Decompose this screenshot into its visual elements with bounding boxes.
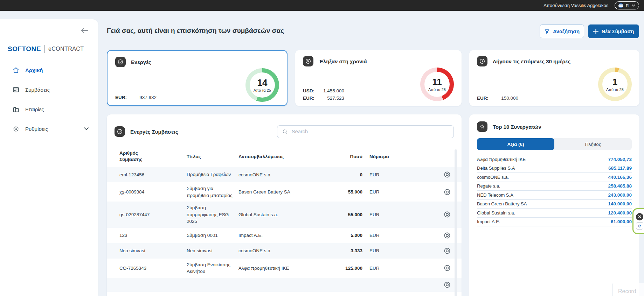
partner-name: NED Telecom S.A [477, 192, 513, 198]
view-contract-button[interactable] [443, 232, 451, 239]
currency-label: EUR: [115, 94, 131, 101]
list-item: Άλφα προμηθευτική ΙΚΕ 774.052,73 [477, 155, 632, 164]
filter-funnel-icon [544, 29, 550, 34]
close-icon [638, 215, 641, 218]
new-contract-label: Νέα Σύμβαση [602, 29, 634, 34]
list-item: Basen Green Battery SA 140.000,00 [477, 200, 632, 209]
sidebar-item-label: Αρχική [25, 67, 43, 73]
cell-number: gs-029287447 [119, 212, 187, 217]
cell-title: Προμήθεια Γραφείων [187, 171, 238, 178]
donut-count: 11 [432, 77, 442, 86]
table-row[interactable]: gs-029287447 Σύμβαση συμμόρφωσης ESG 202… [107, 202, 462, 228]
stat-card-expiring-30-days[interactable]: Λήγουν τις επόμενες 30 ημέρες 1 Από τα 2… [469, 50, 639, 106]
card-amounts: EUR: 150.000 [477, 94, 518, 102]
list-item: cosmoONE s.a. 440.166,36 [477, 173, 632, 182]
table-row[interactable]: eml-123456 Προμήθεια Γραφείων cosmoONE s… [107, 167, 462, 182]
card-amounts: EUR: 937.932 [115, 94, 157, 101]
list-item: NED Telecom S.A 243.000,00 [477, 191, 632, 200]
table-row-partial[interactable] [107, 278, 462, 292]
table-search-box[interactable] [277, 125, 454, 138]
active-donut-chart: 14 Από τα 25 [245, 68, 279, 102]
cell-currency: EUR [362, 233, 414, 238]
search-input[interactable] [292, 129, 449, 134]
expired-donut-chart: 11 Από τα 25 [420, 68, 454, 101]
partner-name: Basen Green Battery SA [477, 201, 527, 206]
currency-label: USD: [303, 87, 318, 94]
eye-icon [443, 232, 451, 239]
view-contract-button[interactable] [443, 264, 451, 272]
logout-link[interactable]: Αποσύνδεση Vassilis Aggelakos [543, 3, 608, 8]
view-contract-button[interactable] [443, 247, 451, 255]
stat-card-active[interactable]: Ενεργές 14 Από τα 25 EUR: 937.932 [107, 50, 288, 106]
cell-number: χχ-0009384 [119, 189, 187, 195]
check-circle-icon [115, 126, 125, 137]
cell-number: 123 [119, 233, 187, 238]
table-scrollbar[interactable] [455, 149, 457, 296]
top10-tabs: Αξία (€) Πλήθος [477, 138, 632, 150]
sidebar-item-home[interactable]: Αρχική [0, 62, 98, 78]
eye-icon [443, 281, 451, 289]
view-contract-button[interactable] [443, 211, 451, 218]
column-header-number: Αριθμός Σύμβασης [119, 150, 153, 163]
search-button-label: Αναζήτηση [553, 29, 580, 34]
cell-counterparty: cosmoONE s.a. [238, 172, 325, 177]
sidebar-item-companies[interactable]: Εταιρίες [0, 101, 98, 118]
cell-currency: EUR [362, 212, 414, 217]
stat-card-expired[interactable]: Έληξαν στη χρονιά 11 Από τα 25 USD: 1.45… [295, 50, 462, 106]
cell-title: Nea simvasi [187, 247, 238, 254]
sidebar-item-label: Εταιρίες [25, 106, 44, 112]
stat-card-title: Ενεργές [131, 59, 151, 65]
cell-title: Σύμβαση Ενοικίασης Ακινήτου [187, 261, 238, 275]
x-circle-icon [303, 56, 313, 66]
top10-partners-panel: Top 10 Συνεργατών Αξία (€) Πλήθος Άλφα π… [469, 114, 639, 296]
language-code: El [626, 3, 629, 8]
table-title: Ενεργές Συμβάσεις [130, 129, 178, 135]
sidebar-collapse-button[interactable] [81, 28, 88, 33]
partner-name: Impact A.E. [477, 219, 500, 224]
topbar: Αποσύνδεση Vassilis Aggelakos El [0, 0, 644, 11]
table-row[interactable]: Nea simvasi Nea simvasi cosmoONE s.a. 3.… [107, 243, 462, 259]
sidebar-item-settings[interactable]: Ρυθμίσεις [0, 120, 98, 137]
table-row[interactable]: χχ-0009384 Σύμβαση για προμήθεια μπαταρί… [107, 182, 462, 202]
view-contract-button[interactable] [443, 171, 451, 178]
cell-amount: 125.000 [325, 266, 362, 271]
partner-value: 61.000,00 [611, 219, 632, 224]
plus-icon [593, 29, 598, 34]
cell-currency: EUR [362, 248, 414, 253]
stat-card-title: Έληξαν στη χρονιά [319, 58, 367, 64]
partner-name: Regate s.a. [477, 183, 500, 189]
list-item: Global Sustain s.a. 120.400,00 [477, 209, 632, 218]
amount-value: 150.000 [492, 94, 518, 102]
new-contract-button[interactable]: Νέα Σύμβαση [588, 24, 639, 38]
cell-number: eml-123456 [119, 172, 187, 177]
table-row[interactable]: CO-7265343 Σύμβαση Ενοικίασης Ακινήτου Ά… [107, 259, 462, 278]
donut-total-label: Από τα 25 [254, 88, 271, 92]
chevron-down-icon[interactable] [84, 127, 89, 130]
contract-icon [12, 86, 20, 93]
cell-currency: EUR [362, 172, 414, 177]
eye-icon [443, 188, 451, 196]
language-selector[interactable]: El [615, 1, 639, 9]
partner-value: 774.052,73 [608, 157, 632, 162]
table-row[interactable]: 123 Σύμβαση 0001 Impact A.E. 5.000 EUR [107, 228, 462, 243]
eye-icon [443, 264, 451, 272]
donut-count: 14 [257, 78, 268, 87]
home-icon [12, 66, 20, 74]
amount-value: 1.455.000 [318, 87, 344, 94]
currency-label: EUR: [303, 94, 318, 102]
view-contract-button[interactable] [443, 281, 451, 289]
cell-title: Σύμβαση για προμήθεια μπαταρίας [187, 185, 238, 199]
sidebar-item-contracts[interactable]: Συμβάσεις [0, 81, 98, 98]
widget-logo: e [636, 222, 643, 230]
tab-count[interactable]: Πλήθος [554, 138, 632, 150]
partner-value: 140.000,00 [608, 201, 632, 206]
search-filter-button[interactable]: Αναζήτηση [540, 24, 584, 38]
view-contract-button[interactable] [443, 188, 451, 196]
column-header-amount: Ποσό [325, 154, 362, 159]
widget-close-button[interactable] [636, 213, 643, 220]
partner-name: Άλφα προμηθευτική ΙΚΕ [477, 157, 526, 162]
floating-widget[interactable]: e [632, 208, 644, 234]
column-header-currency: Νόμισμα [362, 154, 414, 159]
tab-value[interactable]: Αξία (€) [477, 138, 554, 150]
sidebar-item-label: Συμβάσεις [25, 87, 50, 93]
